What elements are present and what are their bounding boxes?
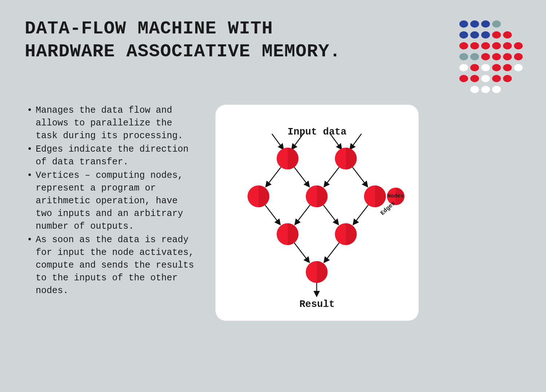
svg-point-12 <box>492 42 501 49</box>
svg-point-0 <box>459 20 468 28</box>
dataflow-diagram <box>215 105 419 321</box>
svg-point-11 <box>481 42 490 49</box>
diagram-node <box>306 261 328 283</box>
svg-point-29 <box>481 75 490 82</box>
svg-point-15 <box>459 53 468 60</box>
svg-point-24 <box>492 64 501 71</box>
svg-point-2 <box>481 20 490 28</box>
svg-point-8 <box>503 31 512 39</box>
svg-point-23 <box>481 64 490 71</box>
diagram-edge <box>294 243 309 262</box>
svg-point-22 <box>470 64 479 71</box>
svg-point-13 <box>503 42 512 49</box>
svg-point-30 <box>492 75 501 82</box>
svg-point-27 <box>459 75 468 82</box>
diagram-panel: Input data Nodes Edges Result <box>215 105 419 321</box>
diagram-input-arrow <box>350 134 361 149</box>
svg-point-25 <box>503 64 512 71</box>
svg-point-4 <box>459 31 468 39</box>
diagram-node <box>335 223 357 245</box>
nodes-annotation: Nodes <box>387 193 404 199</box>
diagram-node <box>335 148 357 169</box>
svg-point-19 <box>503 53 512 60</box>
diagram-node <box>306 185 328 207</box>
diagram-node <box>277 148 298 169</box>
decorative-dot-grid <box>459 19 531 103</box>
svg-point-9 <box>459 42 468 49</box>
diagram-edge <box>352 167 367 187</box>
diagram-edge <box>294 167 309 187</box>
diagram-input-arrow <box>272 134 283 149</box>
svg-point-20 <box>514 53 523 60</box>
svg-point-16 <box>470 53 479 60</box>
svg-point-6 <box>481 31 490 39</box>
bullet-item: As soon as the data is ready for input t… <box>25 233 199 297</box>
diagram-bottom-label: Result <box>215 299 419 310</box>
diagram-edge <box>266 167 281 187</box>
svg-point-21 <box>459 64 468 71</box>
svg-point-1 <box>470 20 479 28</box>
diagram-node <box>277 223 298 245</box>
diagram-input-arrow <box>330 134 341 149</box>
svg-point-7 <box>492 31 501 39</box>
diagram-node <box>248 185 269 207</box>
diagram-edge <box>324 243 339 262</box>
svg-point-26 <box>514 64 523 71</box>
bullet-item: Manages the data flow and allows to para… <box>25 104 199 142</box>
svg-point-31 <box>503 75 512 82</box>
svg-point-34 <box>492 86 501 93</box>
svg-point-14 <box>514 42 523 49</box>
bullet-item: Vertices – computing nodes, represent a … <box>25 169 199 233</box>
bullet-item: Edges indicate the direction of data tra… <box>25 143 199 168</box>
diagram-node <box>364 185 386 207</box>
diagram-edge <box>295 205 310 224</box>
page-title: DATA-FLOW MACHINE WITH HARDWARE ASSOCIAT… <box>25 17 374 63</box>
svg-point-3 <box>492 20 501 28</box>
bullet-list: Manages the data flow and allows to para… <box>25 104 199 298</box>
diagram-edge <box>265 205 280 224</box>
svg-point-17 <box>481 53 490 60</box>
diagram-edge <box>353 205 368 224</box>
svg-point-28 <box>470 75 479 82</box>
svg-point-32 <box>470 86 479 93</box>
svg-point-33 <box>481 86 490 93</box>
svg-point-18 <box>492 53 501 60</box>
svg-point-10 <box>470 42 479 49</box>
diagram-input-arrow <box>292 134 303 149</box>
diagram-edge <box>323 205 338 224</box>
svg-point-5 <box>470 31 479 39</box>
diagram-edge <box>324 167 339 187</box>
